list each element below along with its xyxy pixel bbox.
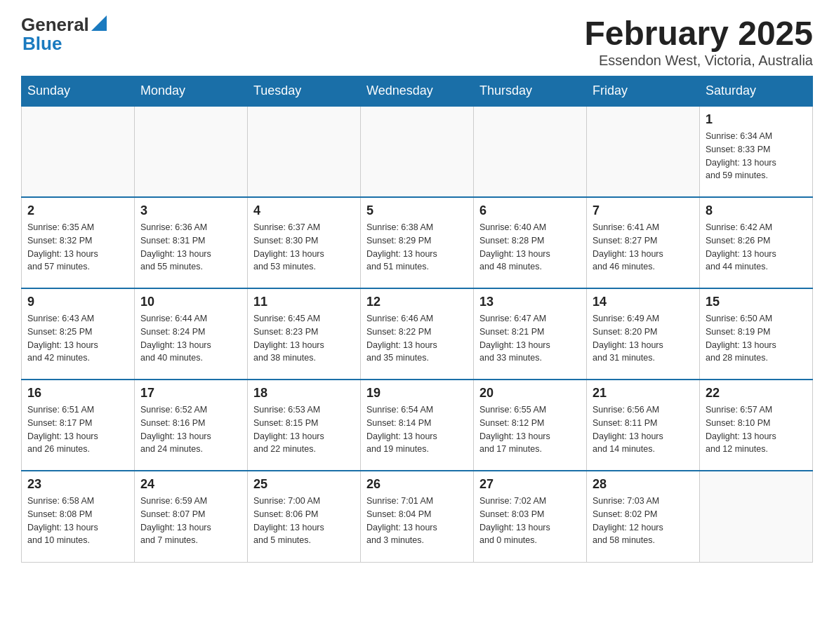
day-number: 10 <box>140 295 241 309</box>
calendar-day-cell: 9Sunrise: 6:43 AM Sunset: 8:25 PM Daylig… <box>22 288 135 380</box>
calendar-day-cell <box>700 471 813 562</box>
calendar-day-cell <box>135 106 248 197</box>
day-info: Sunrise: 6:43 AM Sunset: 8:25 PM Dayligh… <box>27 312 128 365</box>
calendar-day-cell: 7Sunrise: 6:41 AM Sunset: 8:27 PM Daylig… <box>587 197 700 288</box>
calendar-day-cell: 20Sunrise: 6:55 AM Sunset: 8:12 PM Dayli… <box>474 380 587 471</box>
calendar-day-cell: 12Sunrise: 6:46 AM Sunset: 8:22 PM Dayli… <box>361 288 474 380</box>
day-number: 7 <box>593 203 694 218</box>
calendar-weekday-header: Monday <box>135 76 248 107</box>
calendar-day-cell: 1Sunrise: 6:34 AM Sunset: 8:33 PM Daylig… <box>700 106 813 197</box>
day-info: Sunrise: 7:02 AM Sunset: 8:03 PM Dayligh… <box>479 495 581 547</box>
day-number: 17 <box>140 386 241 401</box>
day-number: 28 <box>593 477 694 492</box>
calendar-day-cell: 16Sunrise: 6:51 AM Sunset: 8:17 PM Dayli… <box>22 380 135 471</box>
day-number: 25 <box>253 477 355 492</box>
calendar-week-row: 1Sunrise: 6:34 AM Sunset: 8:33 PM Daylig… <box>22 106 813 197</box>
day-number: 8 <box>706 203 807 218</box>
calendar-day-cell: 19Sunrise: 6:54 AM Sunset: 8:14 PM Dayli… <box>361 380 474 471</box>
calendar-day-cell: 2Sunrise: 6:35 AM Sunset: 8:32 PM Daylig… <box>22 197 135 288</box>
calendar-day-cell <box>474 106 587 197</box>
calendar-weekday-header: Tuesday <box>248 76 361 107</box>
day-info: Sunrise: 6:52 AM Sunset: 8:16 PM Dayligh… <box>140 403 241 456</box>
calendar-weekday-header: Thursday <box>474 76 587 107</box>
day-number: 18 <box>253 386 355 401</box>
calendar-day-cell: 22Sunrise: 6:57 AM Sunset: 8:10 PM Dayli… <box>700 380 813 471</box>
page-header: General Blue February 2025 Essendon West… <box>21 14 813 69</box>
calendar-day-cell: 15Sunrise: 6:50 AM Sunset: 8:19 PM Dayli… <box>700 288 813 380</box>
calendar-day-cell <box>361 106 474 197</box>
day-info: Sunrise: 6:36 AM Sunset: 8:31 PM Dayligh… <box>140 221 241 274</box>
calendar-day-cell: 27Sunrise: 7:02 AM Sunset: 8:03 PM Dayli… <box>474 471 587 562</box>
day-number: 15 <box>706 295 807 309</box>
calendar-day-cell: 17Sunrise: 6:52 AM Sunset: 8:16 PM Dayli… <box>135 380 248 471</box>
calendar-weekday-header: Friday <box>587 76 700 107</box>
svg-marker-0 <box>91 15 107 31</box>
day-info: Sunrise: 7:03 AM Sunset: 8:02 PM Dayligh… <box>593 495 694 547</box>
calendar-header-row: SundayMondayTuesdayWednesdayThursdayFrid… <box>22 76 813 107</box>
calendar-day-cell: 26Sunrise: 7:01 AM Sunset: 8:04 PM Dayli… <box>361 471 474 562</box>
calendar-day-cell: 4Sunrise: 6:37 AM Sunset: 8:30 PM Daylig… <box>248 197 361 288</box>
calendar-week-row: 9Sunrise: 6:43 AM Sunset: 8:25 PM Daylig… <box>22 288 813 380</box>
day-info: Sunrise: 6:57 AM Sunset: 8:10 PM Dayligh… <box>706 403 807 456</box>
day-number: 2 <box>27 203 128 218</box>
day-number: 23 <box>27 477 128 492</box>
day-number: 24 <box>140 477 241 492</box>
day-info: Sunrise: 6:41 AM Sunset: 8:27 PM Dayligh… <box>593 221 694 274</box>
calendar-day-cell: 11Sunrise: 6:45 AM Sunset: 8:23 PM Dayli… <box>248 288 361 380</box>
calendar-day-cell: 8Sunrise: 6:42 AM Sunset: 8:26 PM Daylig… <box>700 197 813 288</box>
day-number: 4 <box>253 203 355 218</box>
day-number: 26 <box>366 477 468 492</box>
day-info: Sunrise: 6:49 AM Sunset: 8:20 PM Dayligh… <box>593 312 694 365</box>
day-info: Sunrise: 6:53 AM Sunset: 8:15 PM Dayligh… <box>253 403 355 456</box>
day-info: Sunrise: 6:45 AM Sunset: 8:23 PM Dayligh… <box>253 312 355 365</box>
day-info: Sunrise: 6:59 AM Sunset: 8:07 PM Dayligh… <box>140 495 241 547</box>
calendar-weekday-header: Wednesday <box>361 76 474 107</box>
day-info: Sunrise: 6:58 AM Sunset: 8:08 PM Dayligh… <box>27 495 128 547</box>
day-number: 21 <box>593 386 694 401</box>
day-info: Sunrise: 6:46 AM Sunset: 8:22 PM Dayligh… <box>366 312 468 365</box>
day-info: Sunrise: 6:55 AM Sunset: 8:12 PM Dayligh… <box>479 403 581 456</box>
logo: General Blue <box>21 14 107 55</box>
calendar-day-cell: 23Sunrise: 6:58 AM Sunset: 8:08 PM Dayli… <box>22 471 135 562</box>
calendar-day-cell: 21Sunrise: 6:56 AM Sunset: 8:11 PM Dayli… <box>587 380 700 471</box>
day-info: Sunrise: 7:00 AM Sunset: 8:06 PM Dayligh… <box>253 495 355 547</box>
calendar-day-cell: 28Sunrise: 7:03 AM Sunset: 8:02 PM Dayli… <box>587 471 700 562</box>
day-info: Sunrise: 6:47 AM Sunset: 8:21 PM Dayligh… <box>479 312 581 365</box>
calendar-day-cell: 14Sunrise: 6:49 AM Sunset: 8:20 PM Dayli… <box>587 288 700 380</box>
calendar-week-row: 2Sunrise: 6:35 AM Sunset: 8:32 PM Daylig… <box>22 197 813 288</box>
day-info: Sunrise: 6:40 AM Sunset: 8:28 PM Dayligh… <box>479 221 581 274</box>
calendar-day-cell <box>22 106 135 197</box>
calendar-table: SundayMondayTuesdayWednesdayThursdayFrid… <box>21 76 813 563</box>
day-number: 27 <box>479 477 581 492</box>
calendar-day-cell: 10Sunrise: 6:44 AM Sunset: 8:24 PM Dayli… <box>135 288 248 380</box>
day-number: 19 <box>366 386 468 401</box>
day-number: 3 <box>140 203 241 218</box>
calendar-week-row: 16Sunrise: 6:51 AM Sunset: 8:17 PM Dayli… <box>22 380 813 471</box>
calendar-day-cell: 24Sunrise: 6:59 AM Sunset: 8:07 PM Dayli… <box>135 471 248 562</box>
day-number: 9 <box>27 295 128 309</box>
day-number: 14 <box>593 295 694 309</box>
day-number: 20 <box>479 386 581 401</box>
logo-triangle-icon <box>91 15 107 31</box>
title-section: February 2025 Essendon West, Victoria, A… <box>584 14 813 69</box>
calendar-week-row: 23Sunrise: 6:58 AM Sunset: 8:08 PM Dayli… <box>22 471 813 562</box>
day-info: Sunrise: 6:38 AM Sunset: 8:29 PM Dayligh… <box>366 221 468 274</box>
day-info: Sunrise: 6:42 AM Sunset: 8:26 PM Dayligh… <box>706 221 807 274</box>
calendar-day-cell <box>587 106 700 197</box>
day-number: 11 <box>253 295 355 309</box>
calendar-day-cell: 13Sunrise: 6:47 AM Sunset: 8:21 PM Dayli… <box>474 288 587 380</box>
location-text: Essendon West, Victoria, Australia <box>584 53 813 69</box>
day-number: 5 <box>366 203 468 218</box>
day-number: 6 <box>479 203 581 218</box>
calendar-day-cell: 18Sunrise: 6:53 AM Sunset: 8:15 PM Dayli… <box>248 380 361 471</box>
calendar-day-cell: 25Sunrise: 7:00 AM Sunset: 8:06 PM Dayli… <box>248 471 361 562</box>
day-number: 1 <box>706 112 807 127</box>
day-info: Sunrise: 6:34 AM Sunset: 8:33 PM Dayligh… <box>706 130 807 182</box>
logo-blue-text: Blue <box>22 33 62 54</box>
day-info: Sunrise: 6:54 AM Sunset: 8:14 PM Dayligh… <box>366 403 468 456</box>
day-number: 16 <box>27 386 128 401</box>
calendar-day-cell <box>248 106 361 197</box>
day-info: Sunrise: 6:44 AM Sunset: 8:24 PM Dayligh… <box>140 312 241 365</box>
day-number: 22 <box>706 386 807 401</box>
calendar-weekday-header: Saturday <box>700 76 813 107</box>
